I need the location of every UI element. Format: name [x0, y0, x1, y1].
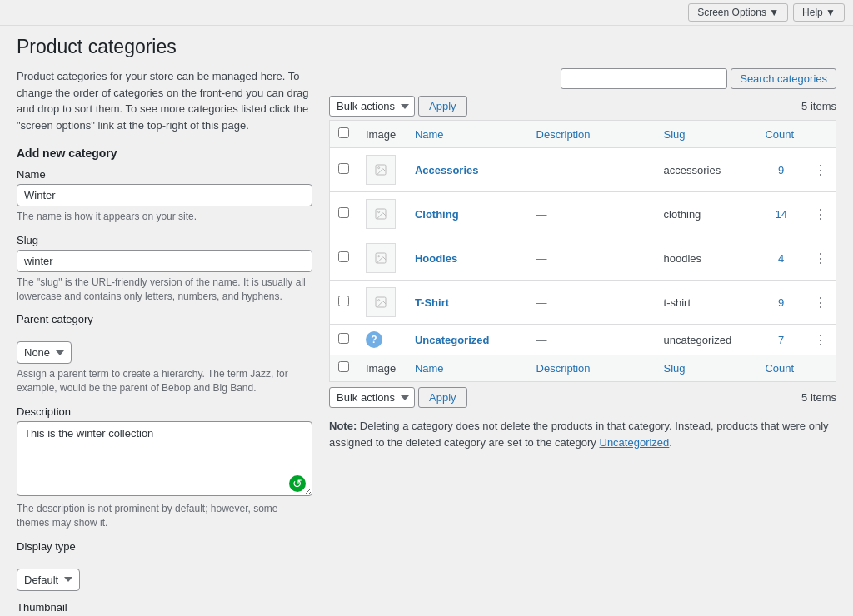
items-count-bottom: 5 items: [801, 391, 836, 404]
note-section: Note: Deleting a category does not delet…: [329, 418, 836, 450]
display-type-label: Display type: [17, 540, 312, 553]
footer-name-sort-link[interactable]: Name: [415, 362, 444, 375]
name-hint: The name is how it appears on your site.: [17, 210, 312, 224]
note-label: Note:: [329, 420, 357, 432]
col-header-image: Image: [357, 121, 407, 148]
spinner-icon: ↺: [289, 475, 306, 492]
help-button[interactable]: Help ▼: [793, 3, 845, 22]
row-checkbox-0[interactable]: [338, 163, 349, 174]
row-count-link[interactable]: 4: [778, 252, 784, 265]
row-count-link[interactable]: 9: [778, 296, 784, 309]
search-row: Search categories: [329, 68, 836, 89]
top-actions-row: Bulk actions Apply 5 items: [329, 96, 836, 117]
col-header-description[interactable]: Description: [528, 121, 656, 148]
footer-col-image: Image: [357, 355, 407, 382]
row-count-link[interactable]: 14: [775, 208, 786, 221]
slug-input[interactable]: [17, 250, 312, 272]
svg-point-9: [378, 300, 380, 301]
name-sort-link[interactable]: Name: [415, 128, 444, 141]
table-row: Hoodies — hoodies 4 ⋮: [330, 236, 836, 281]
row-actions-menu[interactable]: ⋮: [814, 333, 827, 347]
thumbnail-label: Thumbnail: [17, 601, 312, 614]
row-count-link[interactable]: 9: [778, 164, 784, 176]
parent-select[interactable]: None: [17, 341, 72, 364]
row-count-link[interactable]: 7: [778, 334, 784, 346]
slug-label: Slug: [17, 234, 312, 246]
slug-sort-link[interactable]: Slug: [664, 128, 686, 141]
bulk-actions-select-top[interactable]: Bulk actions: [329, 96, 415, 117]
row-description: —: [528, 192, 656, 236]
slug-hint: The "slug" is the URL-friendly version o…: [17, 276, 312, 304]
name-field: Name The name is how it appears on your …: [17, 168, 312, 224]
table-row: ? Uncategorized — uncategorized 7 ⋮: [330, 325, 836, 355]
row-image-placeholder: [366, 287, 396, 317]
row-actions-menu[interactable]: ⋮: [814, 296, 827, 310]
row-description: —: [528, 148, 656, 192]
items-count-top: 5 items: [801, 100, 836, 112]
row-name-link[interactable]: Accessories: [415, 164, 479, 176]
select-all-footer-checkbox[interactable]: [338, 361, 349, 372]
row-name-link[interactable]: Hoodies: [415, 252, 457, 265]
name-input[interactable]: [17, 184, 312, 206]
left-panel: Product categories for your store can be…: [17, 68, 312, 616]
description-textarea[interactable]: This is the winter collection: [17, 421, 312, 496]
apply-button-top[interactable]: Apply: [418, 96, 467, 117]
description-field: Description This is the winter collectio…: [17, 405, 312, 530]
svg-point-5: [378, 211, 380, 213]
count-sort-link[interactable]: Count: [765, 128, 794, 141]
row-slug: t-shirt: [656, 281, 757, 325]
footer-slug-sort-link[interactable]: Slug: [664, 362, 686, 375]
footer-col-name[interactable]: Name: [407, 355, 528, 382]
row-name-link[interactable]: Clothing: [415, 208, 459, 221]
row-name-link[interactable]: T-Shirt: [415, 296, 449, 309]
thumbnail-field: Thumbnail Upload/Add image: [17, 601, 312, 616]
table-row: Clothing — clothing 14 ⋮: [330, 192, 836, 236]
row-name-link[interactable]: Uncategorized: [415, 334, 490, 346]
row-checkbox-1[interactable]: [338, 207, 349, 218]
table-header-row: Image Name Description Slug Count: [330, 121, 836, 148]
row-actions-menu[interactable]: ⋮: [814, 207, 827, 221]
description-label: Description: [17, 405, 312, 418]
col-header-name[interactable]: Name: [407, 121, 528, 148]
row-slug: uncategorized: [656, 325, 757, 355]
add-new-heading: Add new category: [17, 147, 312, 160]
row-checkbox-4[interactable]: [338, 333, 349, 344]
row-checkbox-3[interactable]: [338, 296, 349, 306]
footer-description-sort-link[interactable]: Description: [536, 362, 591, 375]
parent-label: Parent category: [17, 313, 312, 325]
select-all-checkbox[interactable]: [338, 127, 349, 138]
bottom-actions-row: Bulk actions Apply 5 items: [329, 387, 836, 408]
row-image-placeholder: [366, 155, 396, 185]
row-slug: clothing: [656, 192, 757, 236]
row-checkbox-2[interactable]: [338, 251, 349, 262]
table-row: Accessories — accessories 9 ⋮: [330, 148, 836, 192]
display-type-field: Display type Default: [17, 540, 312, 591]
footer-col-description[interactable]: Description: [528, 355, 656, 382]
footer-col-slug[interactable]: Slug: [656, 355, 757, 382]
col-header-slug[interactable]: Slug: [656, 121, 757, 148]
search-input[interactable]: [561, 68, 727, 89]
row-slug: accessories: [656, 148, 757, 192]
footer-col-count[interactable]: Count: [756, 355, 805, 382]
note-uncategorized-link[interactable]: Uncategorized: [600, 436, 670, 449]
search-categories-button[interactable]: Search categories: [731, 68, 836, 89]
col-header-count[interactable]: Count: [756, 121, 805, 148]
bulk-actions-select-bottom[interactable]: Bulk actions: [329, 387, 415, 408]
svg-point-7: [378, 256, 380, 257]
intro-text: Product categories for your store can be…: [17, 68, 312, 133]
parent-hint: Assign a parent term to create a hierarc…: [17, 367, 312, 395]
description-sort-link[interactable]: Description: [536, 128, 591, 141]
screen-options-button[interactable]: Screen Options ▼: [688, 3, 788, 22]
row-actions-menu[interactable]: ⋮: [814, 163, 827, 177]
footer-count-sort-link[interactable]: Count: [765, 362, 794, 375]
right-panel: Search categories Bulk actions Apply 5 i…: [329, 68, 836, 450]
apply-button-bottom[interactable]: Apply: [418, 387, 467, 408]
row-actions-menu[interactable]: ⋮: [814, 251, 827, 266]
svg-point-3: [378, 167, 380, 169]
row-description: —: [528, 281, 656, 325]
row-image-placeholder: [366, 243, 396, 273]
row-image-placeholder: [366, 199, 396, 229]
display-type-select[interactable]: Default: [17, 569, 80, 591]
parent-category-field: Parent category None Assign a parent ter…: [17, 313, 312, 395]
help-icon: ?: [366, 331, 382, 348]
